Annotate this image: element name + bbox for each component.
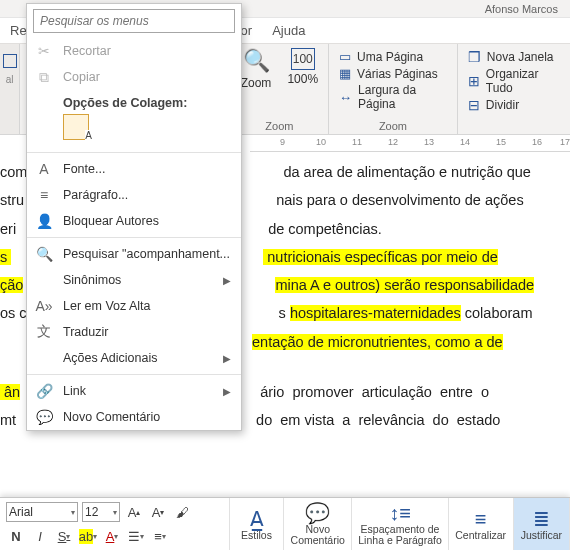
new-window-button[interactable]: ❒Nova Janela	[468, 48, 560, 66]
bullets-button[interactable]: ☰▾	[126, 526, 146, 546]
mini-toolbar: Arial▾ 12▾ A▴ A▾ 🖌 N I S ▾ ab▾ A▾ ☰▾ ≡▾ …	[0, 497, 570, 550]
center-icon: ≡	[475, 508, 487, 530]
link-icon: 🔗	[35, 383, 53, 399]
page-width-icon: ↔	[339, 90, 352, 105]
page-group: ▭Uma Página ▦Várias Páginas ↔Largura da …	[329, 44, 458, 134]
zoom-group-label: Zoom	[241, 120, 318, 134]
format-painter-button[interactable]: 🖌	[172, 502, 192, 522]
arrange-all-button[interactable]: ⊞Organizar Tudo	[468, 66, 560, 96]
doc-icon[interactable]	[3, 54, 17, 68]
highlight-button[interactable]: ab▾	[78, 526, 98, 546]
multi-page-icon: ▦	[339, 66, 351, 81]
comment-icon: 💬	[35, 409, 53, 425]
multi-page-button[interactable]: ▦Várias Páginas	[339, 65, 447, 82]
zoom-100-button[interactable]: 100 100%	[287, 48, 318, 90]
font-color-button[interactable]: A▾	[102, 526, 122, 546]
percent-icon: 100	[291, 48, 315, 70]
split-button[interactable]: ⊟Dividir	[468, 96, 560, 114]
zoom-group: 🔍 Zoom 100 100% Zoom	[231, 44, 329, 134]
page-width-button[interactable]: ↔Largura da Página	[339, 82, 447, 112]
paragraph-icon: ≡	[35, 187, 53, 203]
spacing-icon: ↕≡	[389, 502, 411, 524]
font-item[interactable]: A Fonte...	[27, 156, 241, 182]
tab-help[interactable]: Ajuda	[272, 23, 305, 38]
link-item[interactable]: 🔗 Link ▶	[27, 378, 241, 404]
read-aloud-item[interactable]: A» Ler em Voz Alta	[27, 293, 241, 319]
cut-item: ✂ Recortar	[27, 38, 241, 64]
mini-format-block: Arial▾ 12▾ A▴ A▾ 🖌 N I S ▾ ab▾ A▾ ☰▾ ≡▾	[0, 498, 230, 550]
smart-lookup-item[interactable]: 🔍 Pesquisar "acompanhament...	[27, 241, 241, 267]
new-comment-item[interactable]: 💬 Novo Comentário	[27, 404, 241, 430]
grow-font-button[interactable]: A▴	[124, 502, 144, 522]
block-authors-item[interactable]: 👤 Bloquear Autores	[27, 208, 241, 234]
chevron-right-icon: ▶	[223, 275, 231, 286]
new-window-icon: ❒	[468, 49, 481, 65]
user-name: Afonso Marcos	[485, 3, 558, 15]
zoom-icon: 🔍	[243, 48, 270, 74]
new-comment-button[interactable]: 💬 Novo Comentário	[284, 498, 352, 550]
context-menu: ✂ Recortar ⧉ Copiar Opções de Colagem: A…	[26, 3, 242, 431]
page-group-label: Zoom	[339, 120, 447, 134]
shrink-font-button[interactable]: A▾	[148, 502, 168, 522]
font-icon: A	[35, 161, 53, 177]
window-group: ❒Nova Janela ⊞Organizar Tudo ⊟Dividir Ja…	[458, 44, 570, 134]
size-selector[interactable]: 12▾	[82, 502, 120, 522]
one-page-icon: ▭	[339, 49, 351, 64]
styles-button[interactable]: A̲ Estilos	[230, 498, 284, 550]
paste-options-header: Opções de Colagem:	[27, 90, 241, 112]
justify-icon: ≣	[533, 508, 550, 530]
styles-icon: A̲	[250, 508, 264, 530]
font-selector[interactable]: Arial▾	[6, 502, 78, 522]
menu-search[interactable]	[33, 9, 235, 33]
block-icon: 👤	[35, 213, 53, 229]
arrange-icon: ⊞	[468, 73, 480, 89]
bold-button[interactable]: N	[6, 526, 26, 546]
comment-icon: 💬	[305, 502, 330, 524]
translate-item[interactable]: 文 Traduzir	[27, 319, 241, 345]
chevron-right-icon: ▶	[223, 353, 231, 364]
paste-text-only-button[interactable]	[27, 112, 241, 149]
left-strip: al	[0, 44, 20, 134]
left-strip-label: al	[6, 74, 14, 85]
copy-item: ⧉ Copiar	[27, 64, 241, 90]
one-page-button[interactable]: ▭Uma Página	[339, 48, 447, 65]
menu-search-input[interactable]	[33, 9, 235, 33]
justify-button[interactable]: ≣ Justificar	[514, 498, 570, 550]
chevron-right-icon: ▶	[223, 386, 231, 397]
copy-icon: ⧉	[35, 69, 53, 86]
synonyms-item[interactable]: Sinônimos ▶	[27, 267, 241, 293]
split-icon: ⊟	[468, 97, 480, 113]
italic-button[interactable]: I	[30, 526, 50, 546]
search-icon: 🔍	[35, 246, 53, 262]
numbering-button[interactable]: ≡▾	[150, 526, 170, 546]
center-button[interactable]: ≡ Centralizar	[449, 498, 514, 550]
read-aloud-icon: A»	[35, 298, 53, 314]
translate-icon: 文	[35, 323, 53, 341]
paragraph-item[interactable]: ≡ Parágrafo...	[27, 182, 241, 208]
cut-icon: ✂	[35, 43, 53, 59]
line-spacing-button[interactable]: ↕≡ Espaçamento de Linha e Parágrafo	[352, 498, 448, 550]
underline-button[interactable]: S ▾	[54, 526, 74, 546]
additional-actions-item[interactable]: Ações Adicionais ▶	[27, 345, 241, 371]
zoom-button[interactable]: 🔍 Zoom	[241, 48, 272, 90]
paste-icon	[63, 114, 89, 140]
